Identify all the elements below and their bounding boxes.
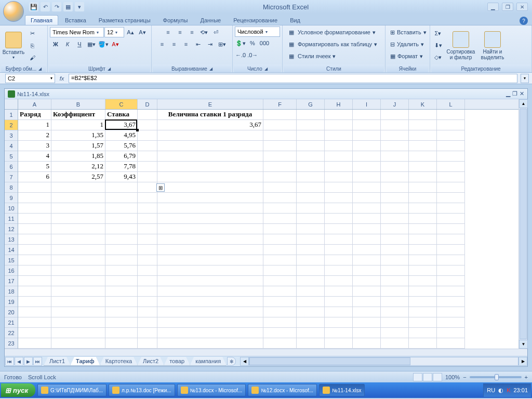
cell-E17[interactable] — [157, 276, 263, 286]
select-all-corner[interactable] — [5, 99, 18, 110]
cell-J1[interactable] — [381, 110, 409, 120]
cell-E21[interactable] — [157, 317, 263, 328]
cell-F15[interactable] — [263, 255, 297, 265]
shrink-font-button[interactable]: A▾ — [137, 26, 148, 38]
cell-J22[interactable] — [381, 328, 409, 338]
cell-E18[interactable] — [157, 286, 263, 297]
conditional-formatting-button[interactable]: ▦Условное форматирование ▾ — [285, 26, 383, 38]
cell-K10[interactable] — [409, 203, 437, 214]
cell-E11[interactable] — [157, 214, 263, 224]
cell-J4[interactable] — [381, 141, 409, 151]
col-header-I[interactable]: I — [353, 99, 381, 109]
new-sheet-button[interactable]: ✻ — [227, 357, 236, 366]
cell-G9[interactable] — [297, 193, 325, 203]
cell-H13[interactable] — [325, 234, 353, 245]
cell-C16[interactable] — [105, 265, 138, 276]
cell-D13[interactable] — [138, 234, 157, 245]
align-left-button[interactable]: ≡ — [156, 38, 168, 50]
format-painter-button[interactable]: 🖌 — [26, 52, 38, 63]
cell-I18[interactable] — [353, 286, 381, 297]
border-button[interactable]: ▦▾ — [86, 38, 97, 50]
cell-F17[interactable] — [263, 276, 297, 286]
taskbar-item-1[interactable]: л.р.№13.doc [Режи... — [109, 384, 175, 396]
cell-I14[interactable] — [353, 245, 381, 255]
col-header-G[interactable]: G — [297, 99, 325, 109]
cell-H7[interactable] — [325, 172, 353, 182]
row-header-11[interactable]: 11 — [5, 214, 18, 224]
cell-D2[interactable] — [138, 120, 157, 130]
row-header-5[interactable]: 5 — [5, 151, 18, 162]
cell-G22[interactable] — [297, 328, 325, 338]
cell-K3[interactable] — [409, 130, 437, 141]
cell-F5[interactable] — [263, 151, 297, 162]
cell-B4[interactable]: 1,57 — [51, 141, 105, 151]
cell-A11[interactable] — [18, 214, 51, 224]
cell-L6[interactable] — [437, 162, 465, 172]
wb-minimize[interactable]: ▁ — [506, 90, 510, 97]
cell-G12[interactable] — [297, 224, 325, 234]
cell-H20[interactable] — [325, 307, 353, 317]
cell-D4[interactable] — [138, 141, 157, 151]
cell-J2[interactable] — [381, 120, 409, 130]
align-center-button[interactable]: ≡ — [168, 38, 180, 50]
cell-B14[interactable] — [51, 245, 105, 255]
scroll-left-button[interactable]: ◀ — [240, 357, 249, 366]
cell-B11[interactable] — [51, 214, 105, 224]
cell-K20[interactable] — [409, 307, 437, 317]
cell-B5[interactable]: 1,85 — [51, 151, 105, 162]
find-select-button[interactable]: Найти и выделить — [478, 29, 507, 63]
decrease-decimal-button[interactable]: .0→ — [247, 49, 258, 61]
cell-J15[interactable] — [381, 255, 409, 265]
cell-J17[interactable] — [381, 276, 409, 286]
cell-B22[interactable] — [51, 328, 105, 338]
tab-nav-first[interactable]: ⏮ — [5, 357, 14, 366]
cell-A22[interactable] — [18, 328, 51, 338]
cell-J13[interactable] — [381, 234, 409, 245]
cell-L7[interactable] — [437, 172, 465, 182]
cell-D9[interactable] — [138, 193, 157, 203]
cell-E14[interactable] — [157, 245, 263, 255]
row-header-21[interactable]: 21 — [5, 317, 18, 328]
cell-A17[interactable] — [18, 276, 51, 286]
cell-G8[interactable] — [297, 182, 325, 193]
cell-A15[interactable] — [18, 255, 51, 265]
cell-L23[interactable] — [437, 338, 465, 349]
cell-L8[interactable] — [437, 182, 465, 193]
tab-nav-next[interactable]: ▶ — [24, 357, 33, 366]
delete-cells-button[interactable]: ⊟ Удалить ▾ — [388, 38, 428, 50]
cell-B18[interactable] — [51, 286, 105, 297]
cell-E19[interactable] — [157, 297, 263, 307]
wrap-text-button[interactable]: ⏎ — [210, 26, 222, 38]
cell-C21[interactable] — [105, 317, 138, 328]
cell-F22[interactable] — [263, 328, 297, 338]
cell-G17[interactable] — [297, 276, 325, 286]
row-header-14[interactable]: 14 — [5, 245, 18, 255]
cell-F2[interactable] — [263, 120, 297, 130]
cell-E13[interactable] — [157, 234, 263, 245]
view-normal-button[interactable] — [413, 373, 422, 381]
cell-F1[interactable] — [263, 110, 297, 120]
cell-I21[interactable] — [353, 317, 381, 328]
cell-E2[interactable]: 3,67 — [157, 120, 263, 130]
cell-F16[interactable] — [263, 265, 297, 276]
cell-F11[interactable] — [263, 214, 297, 224]
cell-C19[interactable] — [105, 297, 138, 307]
cell-F14[interactable] — [263, 245, 297, 255]
cell-A13[interactable] — [18, 234, 51, 245]
view-layout-button[interactable] — [423, 373, 432, 381]
cell-J12[interactable] — [381, 224, 409, 234]
row-header-1[interactable]: 1 — [5, 110, 18, 120]
cell-K2[interactable] — [409, 120, 437, 130]
copy-button[interactable]: ⎘ — [26, 40, 38, 51]
cell-E5[interactable] — [157, 151, 263, 162]
tray-icon-2[interactable]: K — [507, 387, 510, 393]
cell-D18[interactable] — [138, 286, 157, 297]
scroll-right-button[interactable]: ▶ — [518, 357, 527, 366]
cell-A14[interactable] — [18, 245, 51, 255]
clear-button[interactable]: ◇▾ — [432, 52, 444, 63]
decrease-indent-button[interactable]: ⇤ — [192, 38, 204, 50]
cell-D10[interactable] — [138, 203, 157, 214]
cell-B2[interactable]: 1 — [51, 120, 105, 130]
cell-L14[interactable] — [437, 245, 465, 255]
tab-formulas[interactable]: Формулы — [157, 15, 194, 25]
